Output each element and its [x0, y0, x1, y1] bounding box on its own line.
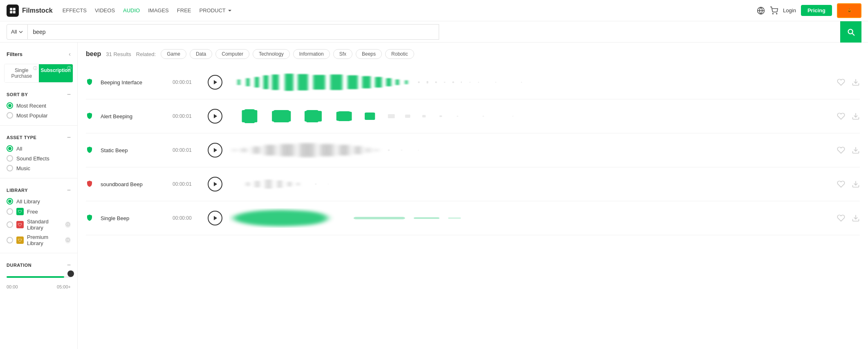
asset-music-radio: [7, 165, 13, 171]
nav-videos[interactable]: VIDEOS: [95, 7, 115, 14]
nav-product[interactable]: PRODUCT: [199, 7, 232, 14]
svg-rect-57: [265, 145, 275, 155]
nav-free[interactable]: FREE: [177, 7, 191, 14]
library-free[interactable]: 🛡 Free: [7, 208, 71, 215]
favorite-button[interactable]: [837, 146, 845, 154]
svg-rect-30: [469, 82, 470, 83]
svg-rect-51: [512, 116, 513, 117]
cart-icon[interactable]: [770, 7, 778, 15]
play-button[interactable]: [208, 109, 222, 124]
asset-type-all[interactable]: All: [7, 145, 71, 152]
favorite-button[interactable]: [837, 112, 845, 120]
track-shield-icon: [86, 112, 94, 120]
tab-single-purchase[interactable]: Single Purchase ⓘ: [4, 64, 39, 82]
halloween-banner[interactable]: 🎃: [837, 3, 861, 18]
search-input[interactable]: [33, 29, 434, 35]
svg-rect-74: [287, 182, 292, 187]
subscription-info-icon[interactable]: ⓘ: [67, 65, 72, 70]
library-premium[interactable]: 🛡 Premium Library ⓘ: [7, 234, 71, 246]
download-button[interactable]: [852, 112, 860, 120]
library-toggle[interactable]: −: [67, 187, 71, 194]
nav-audio[interactable]: AUDIO: [123, 7, 140, 14]
download-button[interactable]: [852, 78, 860, 86]
content-area: beep 31 Results Related: Game Data Compu…: [78, 43, 868, 349]
svg-rect-27: [444, 82, 445, 83]
tag-technology[interactable]: Technology: [253, 49, 290, 59]
sort-most-recent-radio: [7, 102, 13, 109]
search-category-dropdown[interactable]: All: [7, 24, 28, 40]
duration-slider[interactable]: [7, 273, 71, 281]
svg-rect-43: [338, 111, 350, 121]
duration-section: DURATION − 00:00 05:00+: [0, 257, 77, 294]
library-standard-radio: [7, 221, 13, 228]
play-button[interactable]: [208, 75, 222, 90]
sort-most-recent[interactable]: Most Recent: [7, 102, 71, 109]
asset-type-title: ASSET TYPE: [7, 135, 36, 140]
duration-title: DURATION: [7, 263, 31, 268]
tag-computer[interactable]: Computer: [215, 49, 249, 59]
track-item: Static Beep 00:00:01: [86, 133, 860, 167]
svg-rect-47: [422, 115, 426, 117]
nav-images[interactable]: IMAGES: [148, 7, 169, 14]
svg-rect-73: [277, 180, 283, 188]
waveform: [229, 140, 830, 160]
slider-thumb[interactable]: [67, 270, 74, 277]
track-name: Static Beep: [101, 147, 166, 153]
svg-point-7: [776, 13, 777, 14]
svg-rect-11: [255, 77, 259, 88]
tag-game[interactable]: Game: [161, 49, 186, 59]
svg-rect-48: [440, 115, 442, 117]
svg-rect-49: [457, 116, 458, 117]
asset-type-sound-effects[interactable]: Sound Effects: [7, 155, 71, 162]
globe-icon[interactable]: [757, 7, 765, 15]
duration-toggle[interactable]: −: [67, 261, 71, 269]
favorite-button[interactable]: [837, 214, 845, 222]
sidebar-collapse-button[interactable]: ‹: [69, 51, 71, 57]
library-standard-icon: 🛡: [16, 221, 24, 228]
sort-most-popular[interactable]: Most Popular: [7, 112, 71, 119]
search-input-wrap: [28, 24, 439, 40]
search-button[interactable]: [840, 21, 861, 43]
play-button[interactable]: [208, 177, 222, 191]
play-button[interactable]: [208, 211, 222, 225]
asset-type-music[interactable]: Music: [7, 165, 71, 171]
svg-marker-79: [214, 216, 217, 221]
nav-effects[interactable]: EFFECTS: [63, 7, 87, 14]
favorite-button[interactable]: [837, 78, 845, 86]
download-button[interactable]: [852, 146, 860, 154]
tab-subscription[interactable]: Subscription ⓘ: [39, 64, 73, 82]
svg-rect-60: [320, 144, 334, 156]
download-button[interactable]: [852, 180, 860, 188]
track-item: Single Beep 00:00:00: [86, 201, 860, 235]
login-button[interactable]: Login: [783, 7, 796, 14]
track-duration: 00:00:01: [173, 113, 201, 119]
tag-sfx[interactable]: Sfx: [333, 49, 352, 59]
svg-rect-14: [285, 74, 294, 91]
pricing-button[interactable]: Pricing: [801, 5, 832, 16]
svg-rect-20: [375, 77, 382, 88]
svg-rect-59: [299, 143, 315, 157]
download-button[interactable]: [852, 214, 860, 222]
track-item: Alert Beeping 00:00:01: [86, 99, 860, 133]
favorite-button[interactable]: [837, 180, 845, 188]
premium-library-info[interactable]: ⓘ: [65, 237, 71, 243]
tag-information[interactable]: Information: [293, 49, 330, 59]
sort-by-header: SORT BY −: [7, 91, 71, 98]
svg-rect-1: [13, 8, 16, 10]
tag-robotic[interactable]: Robotic: [385, 49, 414, 59]
library-standard[interactable]: 🛡 Standard Library ⓘ: [7, 218, 71, 231]
tag-data[interactable]: Data: [190, 49, 212, 59]
results-count: 31 Results: [106, 51, 131, 57]
play-button[interactable]: [208, 143, 222, 158]
sort-by-toggle[interactable]: −: [67, 91, 71, 98]
track-name: Beeping Interface: [101, 79, 166, 86]
tag-beeps[interactable]: Beeps: [356, 49, 382, 59]
asset-type-options: All Sound Effects Music: [7, 145, 71, 171]
standard-library-info[interactable]: ⓘ: [65, 221, 71, 228]
single-purchase-info-icon[interactable]: ⓘ: [33, 65, 38, 70]
asset-type-toggle[interactable]: −: [67, 134, 71, 141]
svg-rect-72: [265, 180, 272, 189]
library-all[interactable]: All Library: [7, 198, 71, 205]
asset-type-header: ASSET TYPE −: [7, 134, 71, 141]
brand-logo[interactable]: Filmstock: [7, 5, 53, 17]
